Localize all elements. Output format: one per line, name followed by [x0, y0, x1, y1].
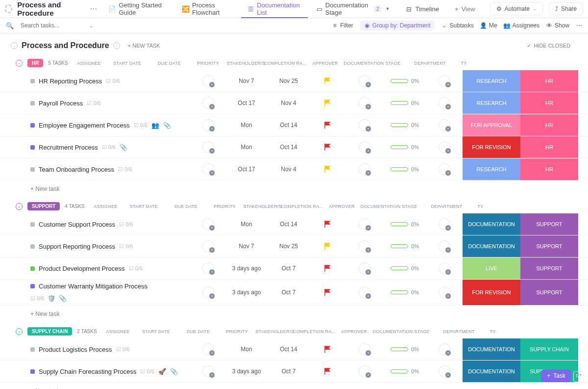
start-date[interactable]: Oct 17	[224, 92, 269, 114]
dept-cell[interactable]: SUPPORT	[520, 280, 578, 305]
stage-cell[interactable]: FOR APPROVAL	[463, 114, 520, 136]
completion-cell[interactable]: 0%	[383, 361, 426, 382]
due-date[interactable]: Oct 14	[269, 338, 309, 360]
stakeholder-avatar[interactable]	[359, 141, 370, 153]
stage-cell[interactable]: RESEARCH	[463, 92, 520, 114]
assignee-avatar[interactable]	[202, 163, 214, 175]
stakeholder-avatar[interactable]	[359, 75, 370, 87]
assignee-avatar[interactable]	[202, 240, 214, 252]
approver-avatar[interactable]	[439, 141, 450, 153]
due-date[interactable]: Oct 14	[269, 213, 309, 235]
new-task-button[interactable]: + NEW TASK	[128, 43, 160, 49]
status-square[interactable]	[30, 284, 35, 288]
stage-cell[interactable]: DOCUMENTATION	[463, 213, 520, 235]
stage-cell[interactable]: LIVE	[463, 258, 520, 279]
status-square[interactable]	[30, 266, 35, 271]
priority-flag[interactable]	[309, 158, 346, 180]
dept-cell[interactable]: HR	[520, 70, 578, 92]
table-row[interactable]: Supply Chain Forecasting Process ☑ 0/6🚀 …	[0, 361, 588, 383]
tab-documentation-list[interactable]: ☰ Documentation List	[241, 0, 307, 18]
share-button[interactable]: ⤴ Share	[549, 2, 583, 15]
status-square[interactable]	[30, 145, 35, 150]
table-row[interactable]: Team Onboarding Process ☑ 0/6 Oct 17 Nov…	[0, 158, 588, 181]
status-square[interactable]	[30, 167, 35, 172]
stage-cell[interactable]: RESEARCH	[463, 70, 520, 92]
start-date[interactable]: 3 days ago	[224, 280, 269, 305]
assignee-avatar[interactable]	[202, 97, 214, 109]
start-date[interactable]: Nov 7	[224, 235, 269, 257]
priority-flag[interactable]	[309, 213, 346, 235]
priority-flag[interactable]	[309, 114, 346, 136]
assignee-avatar[interactable]	[202, 75, 214, 87]
priority-flag[interactable]	[309, 338, 346, 360]
dept-cell[interactable]: HR	[520, 136, 578, 158]
tab-documentation-stage[interactable]: ▭ Documentation Stage 2 ▼	[310, 0, 397, 18]
status-square[interactable]	[30, 123, 35, 128]
start-date[interactable]: Nov 7	[224, 70, 269, 92]
group-collapse-icon[interactable]: ⌄	[16, 203, 23, 210]
due-date[interactable]: Oct 7	[269, 361, 309, 382]
approver-avatar[interactable]	[439, 97, 450, 109]
approver-avatar[interactable]	[439, 119, 450, 131]
stage-cell[interactable]: RESEARCH	[463, 158, 520, 180]
info-icon[interactable]: i	[113, 42, 120, 49]
stage-cell[interactable]: DOCUMENTATION	[463, 338, 520, 360]
completion-cell[interactable]: 0%	[383, 258, 426, 279]
due-date[interactable]: Oct 14	[269, 136, 309, 158]
tab-getting-started[interactable]: 📄 Getting Started Guide	[102, 0, 173, 18]
tab-process-flowchart[interactable]: 🔀 Process Flowchart	[175, 0, 239, 18]
assignee-avatar[interactable]	[202, 141, 214, 153]
group-collapse-icon[interactable]: ⌄	[16, 328, 23, 335]
assignee-avatar[interactable]	[202, 343, 214, 355]
assignee-avatar[interactable]	[202, 262, 214, 274]
priority-flag[interactable]	[309, 361, 346, 382]
completion-cell[interactable]: 0%	[383, 338, 426, 360]
show-button[interactable]: 👁Show	[546, 22, 569, 29]
due-date[interactable]: Oct 14	[269, 114, 309, 136]
completion-cell[interactable]: 0%	[383, 70, 426, 92]
more-icon[interactable]: ⋯	[87, 5, 100, 13]
status-square[interactable]	[30, 101, 35, 105]
approver-avatar[interactable]	[439, 286, 450, 298]
completion-cell[interactable]: 0%	[383, 114, 426, 136]
me-button[interactable]: 👤Me	[481, 22, 497, 29]
dept-cell[interactable]: HR	[520, 92, 578, 114]
tab-timeline[interactable]: ⊟ Timeline	[398, 0, 446, 18]
assignees-button[interactable]: 👥Assignees	[504, 22, 539, 29]
stakeholder-avatar[interactable]	[359, 365, 370, 377]
due-date[interactable]: Oct 7	[269, 258, 309, 279]
add-view-button[interactable]: + View	[448, 5, 482, 13]
table-row[interactable]: Customer Warranty Mitigation Process ☑ 0…	[0, 280, 588, 306]
stage-cell[interactable]: DOCUMENTATION	[463, 361, 520, 382]
start-date[interactable]: 3 days ago	[224, 258, 269, 279]
status-square[interactable]	[30, 244, 35, 249]
priority-flag[interactable]	[309, 70, 346, 92]
group-pill[interactable]: SUPPORT	[27, 202, 60, 210]
approver-avatar[interactable]	[439, 240, 450, 252]
start-date[interactable]: Mon	[224, 136, 269, 158]
stage-cell[interactable]: FOR REVISION	[463, 280, 520, 305]
assignee-avatar[interactable]	[202, 365, 214, 377]
start-date[interactable]: Mon	[224, 114, 269, 136]
stage-cell[interactable]: FOR REVISION	[463, 136, 520, 158]
due-date[interactable]: Nov 25	[269, 70, 309, 92]
approver-avatar[interactable]	[439, 75, 450, 87]
apps-button[interactable]	[573, 371, 584, 382]
more-button[interactable]: ⋯	[576, 22, 582, 29]
priority-flag[interactable]	[309, 136, 346, 158]
table-row[interactable]: Payroll Process ☑ 0/6 Oct 17 Nov 4 0% RE…	[0, 92, 588, 114]
table-row[interactable]: Employee Engagement Process ☑ 0/6👥 📎 Mon…	[0, 114, 588, 136]
dept-cell[interactable]: SUPPORT	[520, 258, 578, 279]
groupby-button[interactable]: ◉Group by: Department	[360, 21, 435, 30]
dept-cell[interactable]: SUPPLY CHAIN	[520, 338, 578, 360]
status-square[interactable]	[30, 79, 35, 83]
stakeholder-avatar[interactable]	[359, 343, 370, 355]
table-row[interactable]: Product Logistics Process ☑ 0/6 Mon Oct …	[0, 338, 588, 361]
approver-avatar[interactable]	[439, 262, 450, 274]
filter-button[interactable]: ≡Filter	[332, 22, 353, 29]
completion-cell[interactable]: 0%	[383, 158, 426, 180]
assignee-avatar[interactable]	[202, 286, 214, 298]
new-task-row[interactable]: + New task	[0, 383, 588, 389]
completion-cell[interactable]: 0%	[383, 280, 426, 305]
table-row[interactable]: HR Reporting Process ☑ 0/6 Nov 7 Nov 25 …	[0, 70, 588, 92]
